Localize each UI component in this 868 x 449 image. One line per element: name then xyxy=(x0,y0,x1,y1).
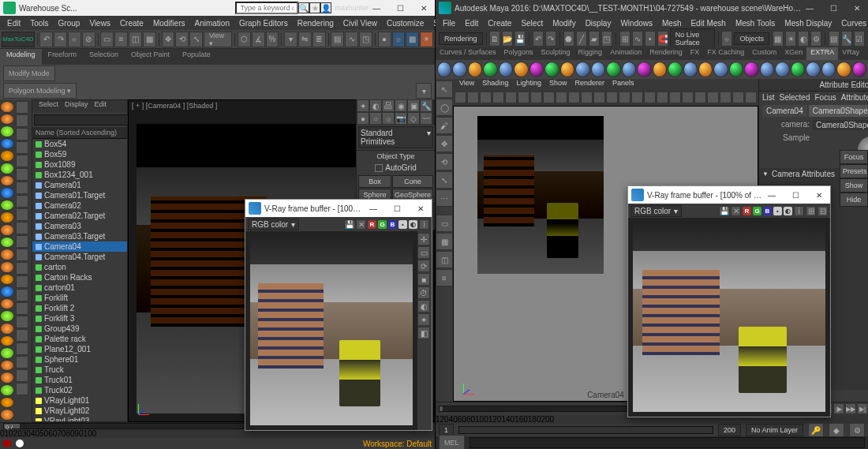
shelf-button-icon[interactable] xyxy=(483,62,497,77)
align-icon[interactable]: ≣ xyxy=(312,32,326,47)
toggle-construct-icon[interactable]: ⟐ xyxy=(721,31,732,47)
shelf-icon[interactable] xyxy=(0,360,14,372)
undo-icon[interactable]: ↶ xyxy=(39,32,53,47)
close-button[interactable]: ✕ xyxy=(413,204,428,213)
ribbon-tab[interactable]: Freeform xyxy=(42,49,84,65)
rotate-tool-icon[interactable]: ⟲ xyxy=(436,153,453,170)
help-icon[interactable]: 🔍 xyxy=(298,2,309,13)
shelf-icon[interactable] xyxy=(0,310,14,322)
sel-face-icon[interactable]: ▰ xyxy=(589,31,600,47)
menu-item[interactable]: Modifiers xyxy=(149,19,189,28)
shelf-button-icon[interactable] xyxy=(744,62,758,77)
lens-fx-icon[interactable]: ✦ xyxy=(417,313,430,326)
scene-item[interactable]: Camera03 xyxy=(32,221,127,231)
shelf-button-icon[interactable] xyxy=(606,62,620,77)
channel-dropdown[interactable]: RGB color▾ xyxy=(630,205,682,217)
ribbon-tab[interactable]: Populate xyxy=(176,49,217,65)
window-crossing-icon[interactable]: ▦ xyxy=(143,32,156,47)
pixel-info-icon[interactable]: i xyxy=(419,219,429,230)
viewport-menu-item[interactable]: Shading xyxy=(479,79,511,92)
viewport-option-icon[interactable] xyxy=(492,92,504,103)
channel-dropdown[interactable]: RGB color▾ xyxy=(248,219,299,230)
filter-icon[interactable] xyxy=(16,141,28,154)
scene-item[interactable]: Camera04 xyxy=(32,241,127,252)
opts1-icon[interactable]: ⊞ xyxy=(806,206,816,216)
menu-item[interactable]: Mesh xyxy=(658,19,685,28)
attr-side-button[interactable]: Hide xyxy=(840,193,868,207)
green-channel-button[interactable]: G xyxy=(753,207,761,215)
render-icon[interactable]: ☀ xyxy=(785,31,796,47)
shelf-icon[interactable] xyxy=(0,163,14,174)
auto-key-icon[interactable]: 🔑 xyxy=(808,422,824,438)
opts2-icon[interactable]: ⊟ xyxy=(817,206,828,216)
shelf-icon[interactable] xyxy=(0,187,14,199)
select-icon[interactable]: ▭ xyxy=(100,32,114,47)
modify-mode-dropdown[interactable]: Modify Mode xyxy=(3,65,55,81)
shelf-button-icon[interactable] xyxy=(544,62,559,77)
menu-item[interactable]: Views xyxy=(85,19,114,28)
max-search-input[interactable] xyxy=(235,2,298,14)
green-channel-button[interactable]: G xyxy=(378,220,387,229)
filter-icon[interactable] xyxy=(16,356,28,369)
filter-icon[interactable] xyxy=(16,262,28,275)
shelf-icon[interactable] xyxy=(0,274,14,286)
shelf-button-icon[interactable] xyxy=(683,62,698,77)
minimize-button[interactable]: — xyxy=(802,4,817,13)
star-icon[interactable]: ★ xyxy=(309,2,320,13)
shelf-button-icon[interactable] xyxy=(806,62,820,77)
scene-item[interactable]: carton xyxy=(32,262,127,272)
geom-cat-icon[interactable]: ● xyxy=(357,112,369,125)
scene-item[interactable]: VRayLight02 xyxy=(32,406,127,416)
blue-channel-button[interactable]: B xyxy=(388,220,397,229)
mel-label[interactable]: MEL xyxy=(439,435,465,449)
filter-icon[interactable] xyxy=(16,302,28,315)
lasso-tool-icon[interactable]: ◯ xyxy=(436,99,453,116)
scene-item[interactable]: Forklift xyxy=(32,293,127,303)
scene-item[interactable]: Forklift 2 xyxy=(32,303,127,313)
helpers-cat-icon[interactable]: ◇ xyxy=(407,112,420,125)
viewport-option-icon[interactable] xyxy=(619,92,630,103)
scene-explorer-tab[interactable]: Select xyxy=(36,100,62,113)
shelf-tab[interactable]: Polygons xyxy=(500,47,537,60)
schematic-icon[interactable]: ◳ xyxy=(359,32,372,47)
alpha-channel-button[interactable]: • xyxy=(773,207,782,215)
viewport-option-icon[interactable] xyxy=(455,92,466,103)
attr-menu-item[interactable]: List xyxy=(762,93,775,102)
menu-item[interactable]: Display xyxy=(582,19,615,28)
shelf-button-icon[interactable] xyxy=(836,62,851,77)
shelf-button-icon[interactable] xyxy=(821,62,836,77)
shelf-button-icon[interactable] xyxy=(852,62,866,77)
shelf-tab[interactable]: Rigging xyxy=(574,47,607,60)
viewport-option-icon[interactable] xyxy=(581,92,593,103)
shelf-icon[interactable] xyxy=(0,101,14,113)
sel-vert-icon[interactable]: ⬣ xyxy=(563,31,574,47)
autogrid-checkbox[interactable]: AutoGrid xyxy=(357,162,435,174)
maximize-button[interactable]: ☐ xyxy=(392,4,408,13)
filter-icon[interactable] xyxy=(16,195,28,208)
viewport-label[interactable]: [ + ] [Camera04 ] [Shaded ] xyxy=(132,102,217,110)
layout-four-icon[interactable]: ▦ xyxy=(436,233,453,250)
shelf-tab[interactable]: Sculpting xyxy=(537,47,574,60)
scene-item[interactable]: VRayLight01 xyxy=(32,395,127,406)
shelf-button-icon[interactable] xyxy=(698,62,713,77)
user-icon[interactable]: 👤 xyxy=(320,2,331,13)
menu-set-dropdown[interactable]: Rendering xyxy=(439,32,483,45)
viewport-option-icon[interactable] xyxy=(556,92,567,103)
primitive-button[interactable]: Box xyxy=(358,175,391,188)
panel-ae-icon[interactable]: ▤ xyxy=(829,31,840,47)
shelf-tab[interactable]: Curves / Surfaces xyxy=(436,47,500,60)
filter-icon[interactable] xyxy=(16,249,28,261)
shelf-button-icon[interactable] xyxy=(591,62,605,77)
viewport-menu-item[interactable]: Lighting xyxy=(513,79,544,92)
range-end-field[interactable]: 200 xyxy=(718,424,741,436)
scene-item[interactable]: Camera01 xyxy=(32,180,127,190)
viewport-menu-item[interactable]: View xyxy=(456,79,477,92)
ribbon-tab[interactable]: Object Paint xyxy=(125,49,176,65)
close-button[interactable]: ✕ xyxy=(849,4,865,13)
red-channel-button[interactable]: R xyxy=(743,207,751,215)
shelf-button-icon[interactable] xyxy=(468,62,482,77)
snap-grid-icon[interactable]: ⊞ xyxy=(619,31,630,47)
shelf-button-icon[interactable] xyxy=(529,62,544,77)
menu-item[interactable]: Select xyxy=(517,19,547,28)
shelf-button-icon[interactable] xyxy=(499,62,513,77)
